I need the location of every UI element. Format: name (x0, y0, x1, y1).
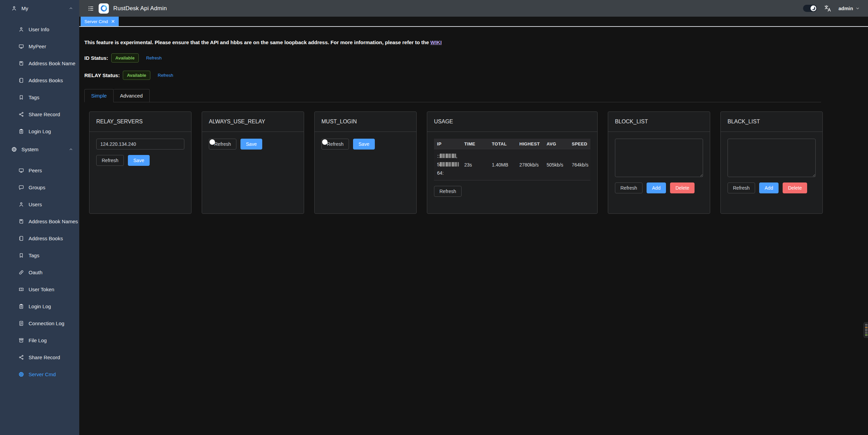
usage-ip-cell: ::, 5 64: (434, 152, 461, 177)
refresh-button[interactable]: Refresh (434, 186, 462, 197)
page-content: This feature is experimental. Please ens… (79, 27, 868, 435)
sidebar-section-system[interactable]: System (0, 141, 79, 158)
id-status-badge: Available (111, 53, 139, 63)
link-icon (18, 269, 24, 275)
gear-icon (11, 146, 17, 152)
user-menu[interactable]: admin (838, 6, 860, 11)
sidebar: MyUser InfoMyPeerAddress Book NameAddres… (0, 0, 79, 435)
bookmark-icon (18, 94, 24, 100)
usage-total: 1.40MB (489, 162, 516, 168)
id-status-refresh-link[interactable]: Refresh (146, 55, 162, 60)
close-icon[interactable]: ✕ (111, 19, 115, 24)
card-block-list: BLOCK_LIST Refresh Add Delete (608, 111, 710, 214)
sidebar-item-share-record[interactable]: Share Record (0, 106, 79, 123)
sidebar-item-login-log[interactable]: Login Log (0, 298, 79, 315)
tab-advanced[interactable]: Advanced (114, 89, 150, 102)
delete-button[interactable]: Delete (783, 182, 807, 193)
rustdesk-logo (99, 3, 109, 14)
save-button[interactable]: Save (128, 155, 150, 166)
share-icon (18, 354, 24, 360)
sidebar-item-share-record[interactable]: Share Record (0, 349, 79, 366)
relay-status-badge: Available (123, 71, 150, 80)
block-list-textarea[interactable] (615, 139, 703, 177)
sidebar-item-server-cmd[interactable]: Server Cmd (0, 366, 79, 383)
user-icon (11, 5, 17, 11)
add-button[interactable]: Add (647, 182, 666, 193)
redacted-ip-segment (440, 154, 456, 158)
document-icon (18, 320, 24, 326)
open-tabs-bar: Server Cmd ✕ (79, 17, 868, 27)
user-icon (18, 27, 24, 32)
sidebar-item-user-token[interactable]: User Token (0, 281, 79, 298)
dark-mode-toggle[interactable] (803, 5, 817, 12)
sidebar-item-address-book-names[interactable]: Address Book Names (0, 213, 79, 230)
user-icon (18, 202, 24, 207)
sidebar-item-user-info[interactable]: User Info (0, 21, 79, 38)
tab-simple[interactable]: Simple (84, 89, 114, 102)
app-root: MyUser InfoMyPeerAddress Book NameAddres… (0, 0, 868, 435)
card-black-list: BLACK_LIST Refresh Add Delete (720, 111, 823, 214)
relay-status-row: RELAY Status: Available Refresh (84, 71, 821, 80)
card-always-use-relay: ALWAYS_USE_RELAY Refresh Save (202, 111, 304, 214)
sidebar-item-login-log[interactable]: Login Log (0, 123, 79, 140)
bookmark-icon (18, 253, 24, 258)
card-title: BLACK_LIST (721, 112, 822, 132)
monitor-icon (18, 168, 24, 173)
redacted-ip-segment (440, 162, 459, 167)
relay-servers-input[interactable] (96, 139, 184, 150)
sidebar-item-address-books[interactable]: Address Books (0, 72, 79, 89)
chevron-up-icon (69, 147, 73, 152)
delete-button[interactable]: Delete (670, 182, 695, 193)
card-usage: USAGE IP TIME TOTAL HIGHEST AVG SPEED (427, 111, 598, 214)
sidebar-item-mypeer[interactable]: MyPeer (0, 38, 79, 55)
translate-icon[interactable] (824, 4, 832, 12)
relay-status-refresh-link[interactable]: Refresh (158, 73, 173, 78)
chevron-down-icon (855, 6, 860, 11)
user-name: admin (838, 6, 853, 11)
sidebar-item-groups[interactable]: Groups (0, 179, 79, 196)
card-title: ALWAYS_USE_RELAY (202, 112, 304, 132)
refresh-button[interactable]: Refresh (728, 182, 755, 193)
archive-icon (18, 337, 24, 343)
chat-icon (18, 185, 24, 190)
refresh-button[interactable]: Refresh (615, 182, 642, 193)
tab-server-cmd[interactable]: Server Cmd ✕ (81, 17, 119, 26)
minimap-widget[interactable] (864, 322, 868, 338)
usage-table: IP TIME TOTAL HIGHEST AVG SPEED ::, 5 (434, 139, 590, 180)
sidebar-item-users[interactable]: Users (0, 196, 79, 213)
black-list-textarea[interactable] (728, 139, 816, 177)
menu-fold-icon[interactable] (87, 5, 94, 12)
experimental-notice: This feature is experimental. Please ens… (84, 39, 821, 45)
id-status-label: ID Status: (84, 55, 108, 61)
app-title: RustDesk Api Admin (113, 5, 167, 12)
add-button[interactable]: Add (759, 182, 779, 193)
relay-status-label: RELAY Status: (84, 72, 120, 78)
main-column: RustDesk Api Admin admin (79, 0, 868, 435)
book-icon (18, 219, 24, 224)
sidebar-item-tags[interactable]: Tags (0, 89, 79, 106)
usage-highest: 2780kb/s (516, 162, 544, 168)
sidebar-item-file-log[interactable]: File Log (0, 332, 79, 349)
wiki-link[interactable]: WIKI (430, 39, 441, 45)
topbar-right: admin (803, 4, 860, 12)
usage-speed: 764kb/s (569, 162, 590, 168)
settings-cards: RELAY_SERVERS Refresh Save ALWAYS_USE_RE… (89, 111, 821, 214)
sidebar-item-connection-log[interactable]: Connection Log (0, 315, 79, 332)
sidebar-item-peers[interactable]: Peers (0, 162, 79, 179)
save-button[interactable]: Save (353, 139, 375, 150)
usage-avg: 505kb/s (544, 162, 569, 168)
moon-icon (812, 6, 815, 10)
clipboard-icon (18, 128, 24, 134)
refresh-button[interactable]: Refresh (96, 155, 124, 166)
sidebar-item-address-book-name[interactable]: Address Book Name (0, 55, 79, 72)
sidebar-section-my[interactable]: My (0, 0, 79, 17)
usage-table-header: IP TIME TOTAL HIGHEST AVG SPEED (434, 139, 590, 149)
card-must-login: MUST_LOGIN Refresh Save (314, 111, 417, 214)
sidebar-item-address-books[interactable]: Address Books (0, 230, 79, 247)
id-status-row: ID Status: Available Refresh (84, 53, 821, 63)
sidebar-item-tags[interactable]: Tags (0, 247, 79, 264)
save-button[interactable]: Save (240, 139, 262, 150)
card-title: MUST_LOGIN (315, 112, 416, 132)
sidebar-item-oauth[interactable]: Oauth (0, 264, 79, 281)
notebook-icon (18, 236, 24, 241)
